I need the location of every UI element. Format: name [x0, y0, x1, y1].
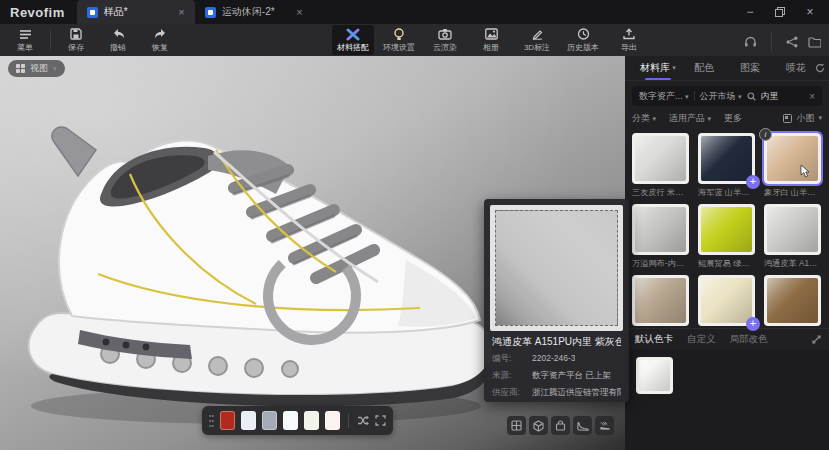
material-detail-popup: 鸿通皮革 A151PU内里 紫灰色 编号: 2202-246-3 来源: 数字资…	[484, 199, 629, 402]
divider	[50, 30, 51, 50]
close-window-icon[interactable]: ×	[797, 2, 823, 22]
document-tab-2[interactable]: 运动休闲-2* ×	[195, 0, 313, 24]
material-item[interactable]	[764, 275, 821, 326]
material-preview-image	[495, 210, 618, 326]
tab-default-colorcard[interactable]: 默认色卡	[635, 333, 673, 346]
shoe-3d-model[interactable]	[6, 58, 526, 443]
material-item[interactable]: 鸿通皮革 A151PU..	[764, 204, 821, 275]
material-swatch	[635, 278, 686, 323]
divider	[694, 91, 695, 101]
sync-icon[interactable]	[815, 63, 825, 73]
material-swatch	[767, 278, 818, 323]
fullscreen-icon[interactable]	[375, 415, 386, 426]
chevron-down-icon: ▾	[708, 115, 712, 122]
main-toolbar: 菜单 保存 撤销 恢复	[0, 24, 829, 56]
material-match-icon	[346, 28, 360, 41]
material-item[interactable]: + 海军蓝 山羊内里	[698, 133, 755, 204]
color-swatch[interactable]	[220, 411, 235, 430]
colorcard-material-item[interactable]	[636, 357, 673, 394]
menu-button[interactable]: 菜单	[4, 25, 46, 55]
export-button[interactable]: 导出	[608, 25, 650, 55]
material-item[interactable]	[632, 275, 689, 326]
pen-icon	[531, 28, 543, 41]
history-versions-button[interactable]: 历史版本	[562, 25, 604, 55]
window-tab-bar: Revofim 样品* × 运动休闲-2* × − ×	[0, 0, 829, 24]
material-item[interactable]: +	[698, 275, 755, 326]
close-tab-icon[interactable]: ×	[178, 7, 184, 18]
color-swatch[interactable]	[241, 411, 256, 430]
save-icon	[70, 28, 82, 41]
material-grid-icon[interactable]	[507, 416, 526, 435]
color-palette-bar[interactable]	[202, 406, 393, 435]
cloud-render-button[interactable]: 云渲染	[424, 25, 466, 55]
material-grid: 三友皮行 米色猪.. + 海军蓝 山羊内里 i 象牙白 山羊皮内里	[632, 133, 822, 326]
hamburger-icon	[19, 28, 32, 41]
material-item[interactable]: 三友皮行 米色猪..	[632, 133, 689, 204]
material-item-selected[interactable]: i 象牙白 山羊皮内里	[764, 133, 821, 204]
material-row: 万溢网布-内里网.. 鲲展贸易 绿色内里.. 鸿通皮革 A151PU..	[632, 204, 822, 275]
tab-material-library[interactable]: 材料库 ▾	[635, 56, 681, 80]
tab-custom[interactable]: 自定义	[687, 333, 716, 346]
material-swatch	[635, 136, 686, 181]
expand-diagonal-icon[interactable]	[812, 335, 821, 344]
filter-bar: 分类 ▾ 适用产品 ▾ 更多 小图 ▾	[632, 110, 822, 126]
cursor-icon	[799, 164, 811, 178]
3d-viewport[interactable]: 视图 ▾	[0, 56, 625, 450]
search-input[interactable]: 内里	[761, 90, 779, 103]
scope-select-market[interactable]: 公开市场 ▾	[700, 90, 742, 103]
tab-label: 运动休闲-2*	[222, 5, 275, 19]
spray-shoe-icon[interactable]	[595, 416, 614, 435]
undo-button[interactable]: 撤销	[97, 25, 139, 55]
material-swatch	[701, 278, 752, 323]
tab-label: 样品*	[104, 5, 128, 19]
redo-button[interactable]: 恢复	[139, 25, 181, 55]
annotate-3d-button[interactable]: 3D标注	[516, 25, 558, 55]
environment-settings-button[interactable]: 环境设置	[378, 25, 420, 55]
add-material-icon[interactable]: +	[746, 317, 760, 331]
filter-category[interactable]: 分类 ▾	[632, 112, 656, 125]
color-swatch[interactable]	[304, 411, 319, 430]
search-icon	[747, 92, 756, 101]
save-button[interactable]: 保存	[55, 25, 97, 55]
album-button[interactable]: 相册	[470, 25, 512, 55]
document-tab-1[interactable]: 样品* ×	[77, 0, 195, 24]
material-field: 编号: 2202-246-3	[492, 353, 621, 365]
filter-product[interactable]: 适用产品 ▾	[669, 112, 711, 125]
filter-more[interactable]: 更多	[724, 112, 742, 125]
tab-pattern[interactable]: 图案	[727, 56, 773, 80]
material-swatch	[701, 136, 752, 181]
bag-icon[interactable]	[551, 416, 570, 435]
support-icon[interactable]	[744, 36, 757, 48]
info-icon[interactable]: i	[759, 128, 772, 141]
shuffle-icon[interactable]	[357, 415, 369, 426]
divider	[348, 414, 349, 428]
folder-icon[interactable]	[808, 37, 821, 48]
share-icon[interactable]	[786, 36, 798, 48]
color-swatch[interactable]	[325, 411, 340, 430]
material-match-button[interactable]: 材料搭配	[332, 25, 374, 55]
drag-handle[interactable]	[209, 414, 214, 428]
material-row: 三友皮行 米色猪.. + 海军蓝 山羊内里 i 象牙白 山羊皮内里	[632, 133, 822, 204]
material-preview	[490, 205, 623, 331]
tab-color-scheme[interactable]: 配色	[681, 56, 727, 80]
thumbnail-view-icon	[783, 114, 792, 123]
material-item[interactable]: 鲲展贸易 绿色内里..	[698, 204, 755, 275]
close-tab-icon[interactable]: ×	[296, 7, 302, 18]
scope-select-asset[interactable]: 数字资产... ▾	[639, 90, 689, 103]
tab-spray[interactable]: 喷花	[773, 56, 819, 80]
export-icon	[623, 28, 635, 41]
material-item[interactable]: 万溢网布-内里网..	[632, 204, 689, 275]
material-swatch	[639, 360, 670, 391]
cube-3d-icon[interactable]	[529, 416, 548, 435]
color-swatch[interactable]	[262, 411, 277, 430]
minimize-icon[interactable]: −	[737, 2, 763, 22]
restore-icon[interactable]	[767, 2, 793, 22]
toolbar-center-group: 材料搭配 环境设置 云渲染 相册	[332, 25, 650, 55]
color-swatch[interactable]	[283, 411, 298, 430]
shoe-last-icon[interactable]	[573, 416, 592, 435]
material-row: +	[632, 275, 822, 326]
tab-partial-recolor[interactable]: 局部改色	[730, 333, 768, 346]
view-size-select[interactable]: 小图 ▾	[783, 112, 822, 125]
add-material-icon[interactable]: +	[746, 175, 760, 189]
clear-search-icon[interactable]: ×	[809, 91, 815, 102]
